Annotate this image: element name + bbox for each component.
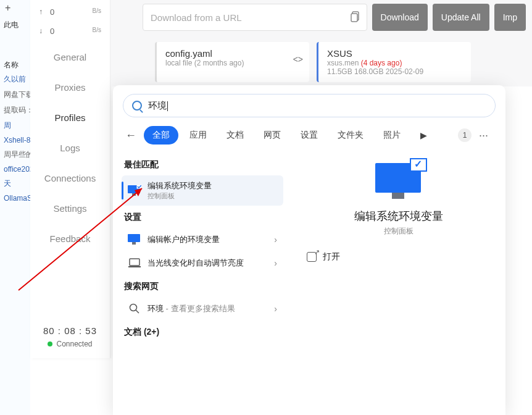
up-arrow-icon: ↑ <box>39 7 43 17</box>
search-query-text: 环境 <box>148 100 168 112</box>
results-list: 最佳匹配 编辑系统环境变量 控制面板 设置 编辑帐户的环境变量 › <box>113 151 292 415</box>
card-sub-prefix: local file <box>165 59 194 67</box>
section-settings: 设置 <box>124 212 281 223</box>
card-sub-age: (4 days ago) <box>361 59 402 67</box>
top-toolbar: Download from a URL Download Update All … <box>110 0 532 86</box>
section-web: 搜索网页 <box>124 281 281 292</box>
detail-subtitle: 控制面板 <box>303 226 494 237</box>
svg-rect-8 <box>128 266 141 267</box>
filter-folders[interactable]: 文件夹 <box>329 126 372 145</box>
sidebar-item-proxies[interactable]: Proxies <box>30 72 110 103</box>
history-sidebar: + 此电 名称 久以前 网盘下载 提取码：c 周 Xshell-8.0 周早些的… <box>0 0 30 415</box>
history-item[interactable]: 周早些的 <box>0 147 30 162</box>
filter-more-icon[interactable]: ▶ <box>412 127 436 144</box>
filter-apps[interactable]: 应用 <box>181 126 215 145</box>
monitor-icon <box>128 233 141 246</box>
sidebar-footer: 80 : 08 : 53 Connected <box>30 319 110 358</box>
result-detail-pane: 编辑系统环境变量 控制面板 打开 <box>292 151 505 415</box>
history-item[interactable]: 天 <box>0 176 30 191</box>
history-item[interactable]: OllamaSe <box>0 191 30 205</box>
filter-bar: ← 全部 应用 文档 网页 设置 文件夹 照片 ▶ 1 ··· <box>113 126 505 151</box>
down-arrow-icon: ↓ <box>39 27 43 36</box>
sidebar-item-feedback[interactable]: Feedback <box>30 224 110 254</box>
card-subtitle: xsus.men (4 days ago) <box>327 59 462 67</box>
speed-down-row: ↓ 0 B/s <box>30 19 110 38</box>
svg-rect-5 <box>128 234 140 242</box>
app-sidebar: ↑ 0 B/s ↓ 0 B/s General Proxies Profiles… <box>30 0 110 358</box>
count-badge: 1 <box>458 128 472 142</box>
svg-point-9 <box>130 304 137 311</box>
filter-web[interactable]: 网页 <box>255 126 289 145</box>
filter-all[interactable]: 全部 <box>144 126 178 145</box>
laptop-icon <box>128 256 141 270</box>
add-tab-icon[interactable]: + <box>0 0 30 16</box>
download-button[interactable]: Download <box>372 4 428 31</box>
profile-card-xsus[interactable]: XSUS xsus.men (4 days ago) 11.5GB 168.0G… <box>317 42 471 82</box>
status-text: Connected <box>56 340 92 348</box>
result-setting-brightness[interactable]: 当光线变化时自动调节亮度 › <box>122 251 283 275</box>
sidebar-item-settings[interactable]: Settings <box>30 193 110 224</box>
up-speed-unit: B/s <box>93 7 101 17</box>
sidebar-item-logs[interactable]: Logs <box>30 133 110 163</box>
timecode: 80 : 08 : 53 <box>30 325 110 336</box>
svg-rect-1 <box>351 14 357 22</box>
card-title: config.yaml <box>165 48 301 59</box>
url-placeholder: Download from a URL <box>151 12 242 23</box>
sidebar-item-profiles[interactable]: Profiles <box>30 103 110 133</box>
detail-title: 编辑系统环境变量 <box>303 209 494 224</box>
history-item[interactable]: 网盘下载 <box>0 87 30 103</box>
result-web-search[interactable]: 环境 - 查看更多搜索结果 › <box>122 297 283 321</box>
update-all-button[interactable]: Update All <box>433 4 489 31</box>
monitor-check-large-icon <box>375 163 422 200</box>
history-item[interactable]: Xshell-8.0 <box>0 133 30 147</box>
history-item[interactable]: 久以前 <box>0 72 30 87</box>
up-speed-value: 0 <box>50 7 54 17</box>
result-title: 当光线变化时自动调节亮度 <box>148 258 268 269</box>
search-icon <box>132 101 142 111</box>
name-label: 名称 <box>0 56 30 72</box>
card-sub-prefix: xsus.men <box>327 59 361 67</box>
url-input[interactable]: Download from a URL <box>143 4 367 31</box>
result-best-match[interactable]: 编辑系统环境变量 控制面板 <box>122 175 283 206</box>
sidebar-item-general[interactable]: General <box>30 42 110 72</box>
chevron-right-icon: › <box>274 258 277 268</box>
sidebar-item-connections[interactable]: Connections <box>30 163 110 193</box>
computer-label: 此电 <box>0 16 30 31</box>
open-action[interactable]: 打开 <box>303 237 494 277</box>
history-item[interactable]: 周 <box>0 118 30 133</box>
card-meta: 11.5GB 168.0GB 2025-02-09 <box>327 67 462 76</box>
paste-icon[interactable] <box>351 11 360 24</box>
code-icon[interactable]: <> <box>293 54 303 64</box>
down-speed-unit: B/s <box>93 27 101 36</box>
open-label: 打开 <box>323 251 340 262</box>
back-icon[interactable]: ← <box>125 129 136 142</box>
status-dot-icon <box>48 342 52 346</box>
import-button[interactable]: Imp <box>494 4 526 31</box>
windows-search-popup: 环境 ← 全部 应用 文档 网页 设置 文件夹 照片 ▶ 1 ··· 最佳匹配 … <box>113 85 505 415</box>
filter-settings[interactable]: 设置 <box>292 126 326 145</box>
section-documents: 文档 (2+) <box>124 327 281 338</box>
chevron-right-icon: › <box>274 304 277 314</box>
search-icon <box>128 302 141 316</box>
more-icon[interactable]: ··· <box>474 129 493 142</box>
filter-photos[interactable]: 照片 <box>375 126 409 145</box>
result-title: 编辑系统环境变量 <box>148 180 277 191</box>
profile-card-config[interactable]: config.yaml local file (2 months ago) <> <box>155 42 309 82</box>
monitor-check-icon <box>128 184 141 198</box>
open-external-icon <box>307 252 317 262</box>
filter-docs[interactable]: 文档 <box>218 126 252 145</box>
result-title: 编辑帐户的环境变量 <box>148 234 268 245</box>
svg-rect-6 <box>132 242 136 245</box>
card-subtitle: local file (2 months ago) <box>165 59 301 67</box>
section-best-match: 最佳匹配 <box>124 159 281 170</box>
result-setting-account-env[interactable]: 编辑帐户的环境变量 › <box>122 228 283 251</box>
speed-up-row: ↑ 0 B/s <box>30 0 110 19</box>
history-item[interactable]: 提取码：c <box>0 103 30 118</box>
url-row: Download from a URL Download Update All … <box>143 0 526 31</box>
svg-rect-3 <box>132 193 136 196</box>
search-input[interactable]: 环境 <box>123 94 496 117</box>
profile-cards: config.yaml local file (2 months ago) <>… <box>143 31 526 82</box>
result-title: 环境 - 查看更多搜索结果 <box>148 303 268 314</box>
connection-status: Connected <box>30 340 110 348</box>
history-item[interactable]: office202 <box>0 162 30 176</box>
